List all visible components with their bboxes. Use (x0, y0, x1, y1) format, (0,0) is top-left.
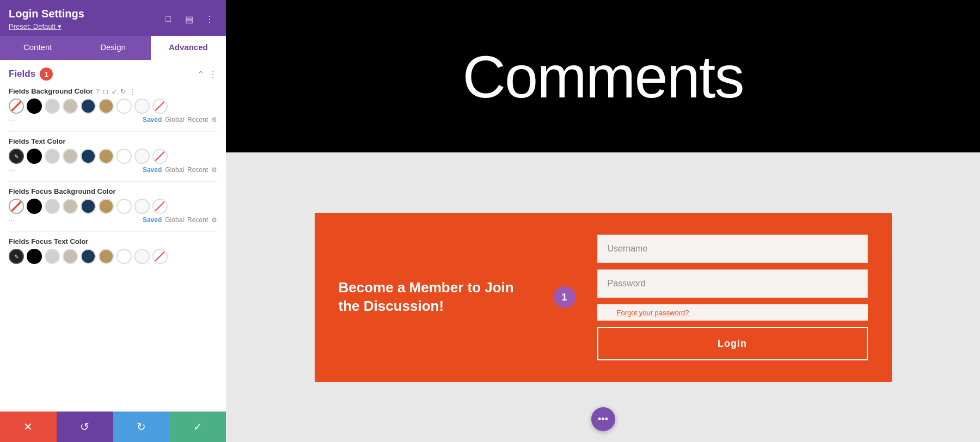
swatch-tan-2[interactable] (99, 149, 114, 164)
swatch-black-4[interactable] (27, 249, 42, 264)
divider-2 (9, 181, 217, 182)
footer-labels-1: ··· Saved Global Recent ⚙ (9, 116, 217, 124)
swatch-beige-3[interactable] (63, 199, 78, 214)
swatch-selected-2[interactable]: ✎ (9, 149, 24, 164)
divider-1 (9, 131, 217, 132)
tab-design[interactable]: Design (75, 36, 150, 60)
recent-label-2[interactable]: Recent (187, 166, 208, 174)
section-more-icon[interactable]: ⋮ (209, 69, 217, 79)
login-button[interactable]: Login (597, 327, 868, 360)
color-block-fields-bg: Fields Background Color ? ◻ ↙ ↻ ⋮ ··· (9, 87, 217, 124)
swatch-none-2[interactable] (152, 149, 168, 164)
panel-title: Login Settings (9, 8, 84, 20)
saved-label-3[interactable]: Saved (143, 216, 162, 224)
swatch-lightgray-4[interactable] (45, 249, 60, 264)
section-controls: ⌃ ⋮ (197, 69, 217, 79)
swatch-none-1[interactable] (152, 99, 168, 114)
username-input[interactable] (597, 235, 868, 263)
redo-button[interactable]: ↻ (113, 412, 170, 442)
swatch-offwhite-4[interactable] (134, 249, 150, 264)
panel-preset: Preset: Default ▾ (9, 22, 84, 30)
dots-2: ··· (9, 166, 14, 174)
reset-icon-1[interactable]: ↻ (120, 88, 126, 95)
fields-focus-bg-label-row: Fields Focus Background Color (9, 187, 217, 195)
forgot-password-link[interactable]: Forgot your password? (607, 308, 689, 318)
swatch-white-4[interactable] (117, 249, 132, 264)
gear-icon-2[interactable]: ⚙ (211, 166, 217, 174)
swatch-tan-4[interactable] (99, 249, 114, 264)
swatch-black-2[interactable] (27, 149, 42, 164)
swatch-white-3[interactable] (117, 199, 132, 214)
divider-3 (9, 231, 217, 232)
dots-3: ··· (9, 216, 14, 224)
swatch-beige-1[interactable] (63, 99, 78, 114)
swatch-beige-2[interactable] (63, 149, 78, 164)
saved-label-2[interactable]: Saved (143, 166, 162, 174)
left-panel: Login Settings Preset: Default ▾ □ ▤ ⋮ C… (0, 0, 226, 442)
tab-content[interactable]: Content (0, 36, 75, 60)
more-icon-1[interactable]: ⋮ (129, 88, 136, 95)
saved-label-1[interactable]: Saved (143, 116, 162, 124)
header-icons: □ ▤ ⋮ (161, 11, 217, 27)
panel-footer: ✕ ↺ ↻ ✓ (0, 412, 226, 442)
swatch-none-4[interactable] (152, 249, 168, 264)
cancel-button[interactable]: ✕ (0, 412, 57, 442)
color-block-fields-focus-bg: Fields Focus Background Color ··· Saved … (9, 187, 217, 224)
grid-icon[interactable]: ▤ (181, 11, 197, 27)
global-label-2[interactable]: Global (165, 166, 184, 174)
swatch-darkblue-3[interactable] (81, 199, 96, 214)
swatch-white-1[interactable] (117, 99, 132, 114)
black-banner: Comments (226, 0, 980, 152)
swatch-black-1[interactable] (27, 99, 42, 114)
device-icon-1[interactable]: ◻ (103, 88, 108, 95)
swatch-lightgray-3[interactable] (45, 199, 60, 214)
fields-focus-text-label: Fields Focus Text Color (9, 237, 88, 245)
global-label-1[interactable]: Global (165, 116, 184, 124)
cursor-icon-1[interactable]: ↙ (112, 88, 117, 95)
swatch-black-3[interactable] (27, 199, 42, 214)
color-swatches-fields-focus-bg (9, 199, 217, 214)
more-icon[interactable]: ⋮ (202, 11, 217, 27)
gear-icon-1[interactable]: ⚙ (211, 116, 217, 124)
swatch-offwhite-1[interactable] (134, 99, 150, 114)
tab-advanced[interactable]: Advanced (151, 36, 226, 60)
section-badge: 1 (40, 67, 53, 81)
swatch-lightgray-2[interactable] (45, 149, 60, 164)
confirm-button[interactable]: ✓ (169, 412, 226, 442)
swatch-none-3[interactable] (152, 199, 168, 214)
login-card: Become a Member to Join the Discussion! … (315, 213, 892, 382)
dots-icon: ••• (598, 414, 608, 425)
swatch-darkblue-1[interactable] (81, 99, 96, 114)
help-icon-1[interactable]: ? (96, 88, 100, 95)
global-label-3[interactable]: Global (165, 216, 184, 224)
recent-label-1[interactable]: Recent (187, 116, 208, 124)
footer-labels-3: ··· Saved Global Recent ⚙ (9, 216, 217, 224)
swatch-tan-3[interactable] (99, 199, 114, 214)
swatch-beige-4[interactable] (63, 249, 78, 264)
swatch-darkblue-4[interactable] (81, 249, 96, 264)
color-block-fields-text: Fields Text Color ✎ ··· Saved Global Rec (9, 137, 217, 174)
swatch-offwhite-3[interactable] (134, 199, 150, 214)
canvas: Comments Become a Member to Join the Dis… (226, 0, 980, 442)
swatch-lightgray-1[interactable] (45, 99, 60, 114)
password-input[interactable] (597, 269, 868, 298)
dots-1: ··· (9, 116, 14, 124)
floating-dots-button[interactable]: ••• (591, 407, 615, 431)
login-tagline: Become a Member to Join the Discussion! (339, 279, 532, 316)
expand-icon[interactable]: □ (161, 11, 176, 27)
swatch-selected-4[interactable]: ✎ (9, 249, 24, 264)
panel-body: Fields 1 ⌃ ⋮ Fields Background Color ? ◻… (0, 60, 226, 412)
gear-icon-3[interactable]: ⚙ (211, 216, 217, 224)
swatch-transparent-3[interactable] (9, 199, 24, 214)
swatch-transparent-1[interactable] (9, 99, 24, 114)
recent-label-3[interactable]: Recent (187, 216, 208, 224)
undo-button[interactable]: ↺ (57, 412, 113, 442)
swatch-darkblue-2[interactable] (81, 149, 96, 164)
swatch-offwhite-2[interactable] (134, 149, 150, 164)
collapse-icon[interactable]: ⌃ (197, 69, 204, 79)
login-badge: 1 (554, 286, 575, 308)
fields-bg-label-row: Fields Background Color ? ◻ ↙ ↻ ⋮ (9, 87, 217, 95)
tabs-row: Content Design Advanced (0, 36, 226, 60)
swatch-white-2[interactable] (117, 149, 132, 164)
swatch-tan-1[interactable] (99, 99, 114, 114)
